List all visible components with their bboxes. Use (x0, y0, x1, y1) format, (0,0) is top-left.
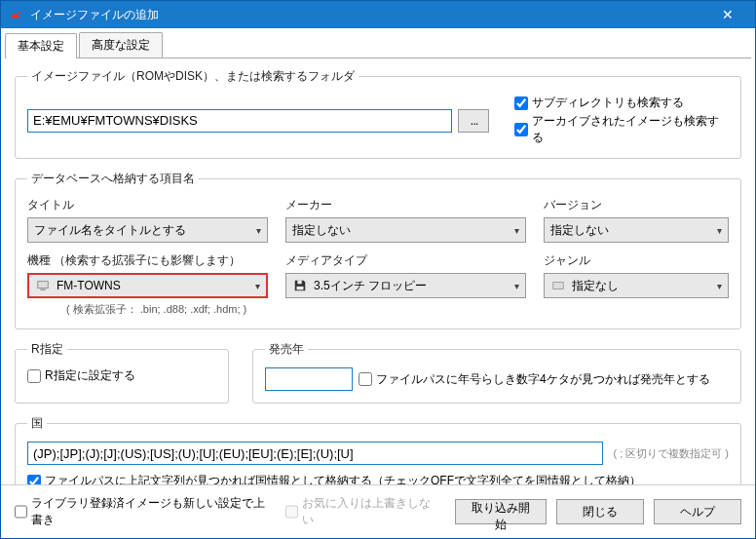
chk-favorite-box (285, 505, 298, 519)
chk-overwrite[interactable]: ライブラリ登録済イメージも新しい設定で上書き (15, 495, 276, 528)
select-title[interactable]: ファイル名をタイトルとする▾ (27, 217, 268, 243)
chevron-down-icon: ▾ (514, 281, 519, 291)
browse-button[interactable]: . . . (458, 109, 489, 133)
group-country-legend: 国 (27, 415, 47, 432)
app-icon (9, 7, 24, 22)
chevron-down-icon: ▾ (514, 225, 519, 236)
group-country: 国 ( ; 区切りで複数指定可 ) ファイルパスに上記文字列が見つかれば国情報と… (15, 415, 741, 484)
close-dialog-button[interactable]: 閉じる (556, 499, 644, 524)
year-input[interactable] (265, 367, 353, 391)
chevron-down-icon: ▾ (256, 225, 261, 236)
chk-year-auto-box[interactable] (359, 372, 372, 386)
chk-r-rating-box[interactable] (27, 369, 41, 383)
computer-icon (35, 278, 51, 293)
group-database-legend: データベースへ格納する項目名 (27, 171, 199, 187)
svg-rect-4 (553, 283, 564, 289)
chk-r-rating[interactable]: R指定に設定する (27, 367, 216, 384)
chevron-down-icon: ▾ (255, 281, 260, 291)
label-version: バージョン (544, 197, 729, 213)
group-r-rating: R指定 R指定に設定する (15, 341, 229, 404)
select-maker[interactable]: 指定しない▾ (285, 217, 526, 243)
window-title: イメージファイルの追加 (30, 7, 708, 23)
group-year-legend: 発売年 (265, 341, 308, 358)
select-genre[interactable]: 指定なし▾ (544, 273, 729, 298)
label-genre: ジャンル (544, 252, 729, 269)
titlebar: イメージファイルの追加 ✕ (1, 1, 755, 28)
help-button[interactable]: ヘルプ (654, 499, 741, 524)
close-button[interactable]: ✕ (708, 1, 747, 28)
svg-rect-1 (40, 289, 45, 290)
country-input[interactable] (27, 442, 603, 465)
chk-subdir[interactable]: サブディレクトリも検索する (514, 95, 729, 111)
chk-archive[interactable]: アーカイブされたイメージも検索する (514, 113, 729, 146)
svg-rect-0 (38, 282, 49, 289)
select-media[interactable]: 3.5インチ フロッピー▾ (285, 273, 526, 298)
chk-country-store[interactable]: ファイルパスに上記文字列が見つかれば国情報として格納する（チェックOFFで文字列… (27, 473, 729, 484)
import-button[interactable]: 取り込み開始 (455, 499, 547, 524)
chk-country-store-box[interactable] (27, 475, 41, 485)
tab-content: イメージファイル（ROMやDISK）、または検索するフォルダ . . . サブデ… (1, 58, 755, 484)
extension-note: ( 検索拡張子： .bin; .d88; .xdf; .hdm; ) (66, 302, 729, 317)
chk-archive-box[interactable] (514, 123, 528, 136)
folder-path-input[interactable] (27, 109, 452, 133)
svg-rect-2 (297, 281, 301, 285)
group-r-legend: R指定 (27, 341, 67, 358)
label-media: メディアタイプ (285, 252, 526, 269)
chk-overwrite-box[interactable] (15, 505, 27, 519)
select-machine[interactable]: FM-TOWNS▾ (27, 273, 268, 298)
chk-subdir-box[interactable] (514, 96, 528, 110)
floppy-icon (292, 278, 308, 293)
label-title: タイトル (27, 197, 268, 213)
tab-advanced[interactable]: 高度な設定 (79, 32, 163, 58)
button-bar: ライブラリ登録済イメージも新しい設定で上書き お気に入りは上書きしない 取り込み… (1, 484, 755, 538)
label-maker: メーカー (285, 197, 526, 213)
chk-favorite: お気に入りは上書きしない (285, 495, 435, 528)
group-year: 発売年 ファイルパスに年号らしき数字4ケタが見つかれば発売年とする (252, 341, 741, 404)
group-folder: イメージファイル（ROMやDISK）、または検索するフォルダ . . . サブデ… (15, 68, 741, 159)
genre-icon (550, 278, 566, 293)
country-hint: ( ; 区切りで複数指定可 ) (613, 446, 729, 461)
group-folder-legend: イメージファイル（ROMやDISK）、または検索するフォルダ (27, 68, 359, 85)
chevron-down-icon: ▾ (717, 225, 722, 236)
select-version[interactable]: 指定しない▾ (544, 217, 729, 243)
svg-rect-3 (297, 287, 304, 290)
dialog-window: イメージファイルの追加 ✕ 基本設定 高度な設定 イメージファイル（ROMやDI… (0, 0, 756, 539)
tab-strip: 基本設定 高度な設定 (5, 32, 751, 58)
chk-year-auto[interactable]: ファイルパスに年号らしき数字4ケタが見つかれば発売年とする (359, 371, 710, 388)
label-machine: 機種 （検索する拡張子にも影響します） (27, 252, 268, 269)
group-database: データベースへ格納する項目名 タイトル ファイル名をタイトルとする▾ メーカー … (15, 171, 741, 329)
chevron-down-icon: ▾ (717, 281, 722, 291)
tab-basic[interactable]: 基本設定 (5, 33, 77, 58)
